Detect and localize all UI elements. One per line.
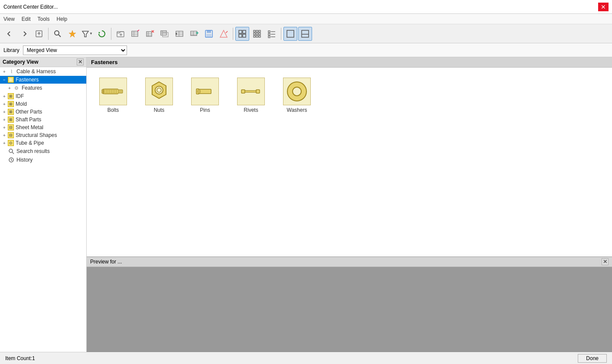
- svg-rect-44: [243, 30, 246, 33]
- category-bolts[interactable]: Bolts: [94, 75, 133, 116]
- up-button[interactable]: [32, 27, 46, 41]
- svg-rect-20: [161, 31, 166, 35]
- mold-icon: ⊞: [8, 101, 14, 107]
- search-results-icon: [8, 148, 15, 155]
- view-medium-button[interactable]: [250, 27, 264, 41]
- right-panel: Fasteners: [87, 57, 612, 352]
- forward-button[interactable]: [17, 27, 31, 41]
- filter-button[interactable]: ▼: [80, 27, 94, 41]
- sidebar-item-fasteners[interactable]: − ⊞ Fasteners: [0, 76, 86, 84]
- star-icon: [68, 29, 77, 38]
- pins-label: Pins: [200, 107, 210, 113]
- sidebar-item-search-results[interactable]: Search results: [0, 147, 86, 156]
- svg-line-66: [12, 152, 14, 154]
- sidebar-item-mold[interactable]: + ⊞ Mold: [0, 100, 86, 108]
- features-icon: ⚙: [13, 84, 20, 91]
- edit-table-icon: [131, 29, 140, 38]
- publish-table-button[interactable]: [158, 27, 172, 41]
- filter-icon: [81, 30, 89, 38]
- sidebar-item-features[interactable]: + ⚙ Features: [0, 84, 86, 92]
- special-action-button[interactable]: [217, 27, 231, 41]
- sidebar-item-cable-harness[interactable]: + ⌇ Cable & Harness: [0, 67, 86, 76]
- expander-history: [2, 157, 7, 162]
- single-panel-button[interactable]: [283, 27, 297, 41]
- preview-panel: Preview for ... ✕: [87, 257, 612, 352]
- menu-tools[interactable]: Tools: [37, 16, 49, 22]
- sidebar-label-mold: Mold: [16, 101, 27, 107]
- svg-rect-43: [239, 30, 242, 33]
- rivet-svg-icon: [239, 79, 263, 104]
- separator-3: [233, 28, 233, 40]
- svg-point-84: [198, 89, 200, 94]
- app-title: Content Center Editor...: [3, 4, 58, 10]
- sidebar-item-structural[interactable]: + ⊟ Structural Shapes: [0, 131, 86, 139]
- preview-close-button[interactable]: ✕: [602, 258, 609, 265]
- svg-rect-39: [207, 30, 211, 33]
- svg-rect-54: [256, 36, 258, 37]
- svg-rect-55: [259, 36, 260, 37]
- save-button[interactable]: [202, 27, 216, 41]
- menu-view[interactable]: View: [3, 16, 15, 22]
- sidebar-item-idf[interactable]: + ⊞ IDF: [0, 92, 86, 100]
- save-icon: [205, 29, 213, 38]
- sidebar-item-shaft-parts[interactable]: + ⊞ Shaft Parts: [0, 116, 86, 124]
- add-row-button[interactable]: [187, 27, 201, 41]
- delete-table-button[interactable]: [143, 27, 157, 41]
- refresh-button[interactable]: [95, 27, 109, 41]
- sidebar-item-sheet-metal[interactable]: + ⊟ Sheet Metal: [0, 124, 86, 131]
- svg-rect-85: [241, 90, 245, 93]
- expander-features: +: [7, 85, 12, 91]
- view-list-button[interactable]: [265, 27, 279, 41]
- sidebar-title: Category View: [3, 59, 38, 65]
- fasteners-content: Bolts Nuts: [87, 68, 612, 123]
- svg-rect-25: [176, 31, 183, 36]
- svg-rect-9: [132, 31, 138, 36]
- category-nuts[interactable]: Nuts: [140, 75, 179, 116]
- svg-rect-49: [259, 30, 260, 32]
- split-panel-button[interactable]: [298, 27, 312, 41]
- sheet-icon: ⊟: [8, 124, 14, 130]
- refresh-icon: [98, 29, 106, 38]
- titlebar: Content Center Editor... ✕: [0, 0, 612, 14]
- sidebar-item-history[interactable]: History: [0, 156, 86, 164]
- category-washers[interactable]: Washers: [277, 75, 316, 116]
- expander-mold: +: [2, 101, 7, 107]
- expander-cable: +: [2, 69, 7, 74]
- expander-search: [2, 149, 7, 154]
- sidebar-item-tube-pipe[interactable]: + ⊙ Tube & Pipe: [0, 139, 86, 147]
- statusbar: Item Count:1 Done: [0, 352, 612, 364]
- close-button[interactable]: ✕: [598, 3, 609, 11]
- view-large-icon: [238, 29, 247, 38]
- new-folder-button[interactable]: [114, 27, 127, 41]
- nuts-label: Nuts: [154, 107, 165, 113]
- bolt-svg-icon: [101, 79, 125, 104]
- svg-line-2: [59, 35, 61, 37]
- view-large-button[interactable]: [235, 27, 249, 41]
- category-rivets[interactable]: Rivets: [231, 75, 270, 116]
- washer-svg-icon: [285, 79, 309, 104]
- back-button[interactable]: [3, 27, 16, 41]
- done-button[interactable]: Done: [578, 354, 607, 363]
- svg-rect-58: [268, 33, 270, 35]
- single-panel-icon: [286, 29, 295, 38]
- sidebar-close-button[interactable]: ✕: [77, 58, 84, 65]
- menu-edit[interactable]: Edit: [22, 16, 31, 22]
- search-icon: [54, 30, 62, 38]
- expander-shaft: +: [2, 117, 7, 122]
- svg-rect-40: [206, 34, 212, 37]
- menu-help[interactable]: Help: [57, 16, 68, 22]
- sidebar-label-shaft: Shaft Parts: [16, 117, 41, 123]
- washers-icon-container: [283, 78, 311, 105]
- librarybar: Library Merged View My Library Standard …: [0, 43, 612, 57]
- svg-rect-51: [256, 33, 258, 35]
- svg-rect-6: [117, 32, 124, 37]
- merge-table-button[interactable]: [173, 27, 186, 41]
- favorites-button[interactable]: [65, 27, 79, 41]
- edit-table-button[interactable]: [128, 27, 142, 41]
- sidebar-item-other-parts[interactable]: + ⊞ Other Parts: [0, 108, 86, 116]
- library-dropdown[interactable]: Merged View My Library Standard Library: [23, 46, 127, 55]
- toolbar: ▼: [0, 24, 612, 43]
- category-pins[interactable]: Pins: [186, 75, 225, 116]
- svg-line-13: [137, 30, 139, 31]
- search-button[interactable]: [51, 27, 65, 41]
